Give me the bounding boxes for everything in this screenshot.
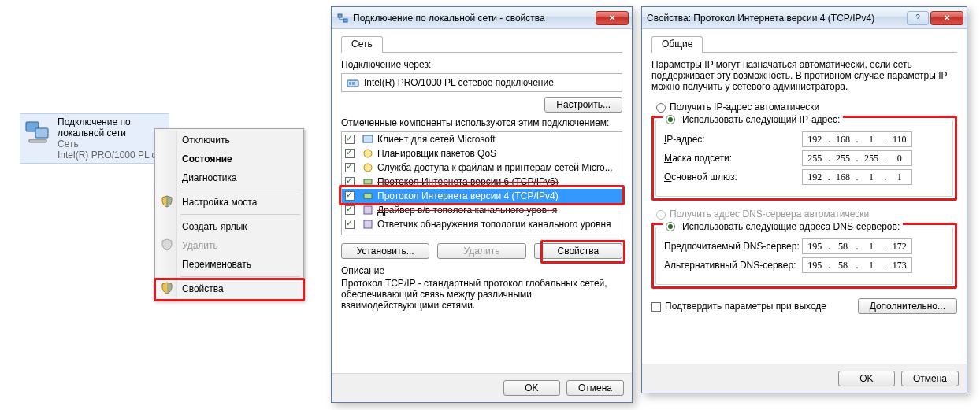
lan-properties-dialog: Подключение по локальной сети - свойства… [331, 6, 633, 403]
menu-bridge[interactable]: Настройка моста [157, 193, 302, 212]
ok-button[interactable]: OK [838, 371, 895, 386]
radio-manual-ip[interactable]: Использовать следующий IP-адрес: [663, 114, 843, 125]
adapter-device: Intel(R) PRO/1000 PL се [58, 150, 165, 161]
menu-properties[interactable]: Свойства [157, 279, 302, 298]
adapter-field: Intel(R) PRO/1000 PL сетевое подключение [341, 73, 622, 92]
dialog-title: Подключение по локальной сети - свойства [353, 13, 545, 24]
dialog-buttons: OK Отмена [642, 364, 967, 393]
shield-icon [161, 238, 173, 251]
help-button[interactable]: ? [907, 11, 929, 25]
checkbox[interactable] [345, 191, 355, 201]
svg-rect-11 [364, 179, 372, 184]
svg-rect-8 [363, 135, 373, 142]
checkbox[interactable] [345, 163, 355, 172]
driver-icon [362, 204, 374, 216]
titlebar[interactable]: Свойства: Протокол Интернета версии 4 (T… [642, 7, 967, 29]
install-button[interactable]: Установить... [341, 243, 429, 259]
ip-label: IP-адрес: [664, 134, 802, 145]
network-icon [336, 12, 349, 24]
dialog-title: Свойства: Протокол Интернета версии 4 (T… [647, 13, 874, 24]
list-item[interactable]: Ответчик обнаружения топологии канальног… [342, 217, 622, 231]
network-adapter-tile[interactable]: Подключение по локальной сети Сеть Intel… [20, 113, 169, 164]
menu-disable[interactable]: Отключить [157, 131, 302, 150]
list-item[interactable]: Клиент для сетей Microsoft [342, 132, 622, 146]
components-list[interactable]: Клиент для сетей Microsoft Планировщик п… [341, 131, 622, 235]
close-button[interactable]: ✕ [930, 11, 963, 25]
adapter-text: Подключение по локальной сети Сеть Intel… [58, 116, 165, 161]
adapter-network: Сеть [58, 139, 165, 150]
dns1-input[interactable]: 195.58.1.172 [802, 238, 912, 254]
radio-auto-ip[interactable]: Получить IP-адрес автоматически [656, 102, 957, 113]
list-item[interactable]: Драйвер в/в тополога канального уровня [342, 203, 622, 217]
gw-label: Основной шлюз: [664, 172, 802, 183]
radio-icon [656, 210, 666, 220]
dns1-label: Предпочитаемый DNS-сервер: [664, 241, 802, 252]
svg-rect-7 [352, 82, 355, 85]
description-text: Протокол TCP/IP - стандартный протокол г… [341, 278, 622, 311]
ipv4-properties-dialog: Свойства: Протокол Интернета версии 4 (T… [641, 6, 967, 393]
dns2-input[interactable]: 195.58.1.173 [802, 257, 912, 273]
menu-diagnostics[interactable]: Диагностика [157, 168, 302, 187]
menu-shortcut[interactable]: Создать ярлык [157, 217, 302, 236]
nic-icon [347, 76, 359, 89]
titlebar[interactable]: Подключение по локальной сети - свойства… [332, 7, 632, 29]
tabstrip: Сеть [341, 35, 622, 53]
list-item[interactable]: Протокол Интернета версии 6 (TCP/IPv6) [342, 175, 622, 189]
checkbox[interactable] [345, 220, 355, 229]
gw-input[interactable]: 192.168.1.1 [802, 169, 912, 185]
radio-icon [656, 103, 666, 113]
checkbox[interactable] [345, 135, 355, 144]
shield-icon [161, 195, 173, 208]
checkbox[interactable] [345, 149, 355, 158]
context-menu: Отключить Состояние Диагностика Настройк… [154, 128, 304, 301]
advanced-button[interactable]: Дополнительно... [858, 298, 957, 314]
highlight-ip-block: Использовать следующий IP-адрес: IP-адре… [651, 116, 957, 201]
mask-label: Маска подсети: [664, 153, 802, 164]
mask-input[interactable]: 255.255.255.0 [802, 150, 912, 166]
menu-delete: Удалить [157, 236, 302, 255]
adapter-value: Intel(R) PRO/1000 PL сетевое подключение [364, 77, 554, 88]
intro-text: Параметры IP могут назначаться автоматич… [651, 59, 957, 92]
radio-auto-dns: Получить адрес DNS-сервера автоматически [656, 209, 957, 220]
close-button[interactable]: ✕ [596, 11, 629, 25]
shield-icon [161, 282, 173, 294]
tab-general[interactable]: Общие [651, 36, 703, 53]
menu-rename[interactable]: Переименовать [157, 255, 302, 274]
svg-rect-12 [364, 194, 372, 198]
network-adapter-icon [24, 116, 53, 146]
checkbox[interactable] [345, 177, 355, 187]
radio-icon [666, 115, 675, 124]
menu-status[interactable]: Состояние [157, 150, 302, 168]
protocol-icon [362, 190, 374, 202]
svg-rect-2 [29, 139, 46, 142]
remove-button: Удалить [437, 243, 525, 259]
svg-rect-14 [364, 220, 372, 228]
driver-icon [362, 218, 374, 231]
components-label: Отмеченные компоненты используются этим … [341, 117, 622, 128]
list-item[interactable]: Планировщик пакетов QoS [342, 146, 622, 161]
tab-network[interactable]: Сеть [341, 36, 383, 53]
ip-input[interactable]: 192.168.1.110 [802, 131, 912, 147]
radio-manual-dns[interactable]: Использовать следующие адреса DNS-сервер… [663, 221, 903, 232]
service-icon [362, 161, 374, 174]
dns2-label: Альтернативный DNS-сервер: [664, 260, 802, 271]
checkbox[interactable] [345, 205, 355, 215]
client-icon [362, 133, 374, 146]
adapter-name: Подключение по локальной сети [58, 116, 165, 139]
svg-rect-3 [338, 14, 342, 17]
tabstrip: Общие [651, 35, 957, 53]
properties-button[interactable]: Свойства [534, 243, 622, 259]
highlight-dns-block: Использовать следующие адреса DNS-сервер… [651, 223, 957, 289]
description-heading: Описание [341, 265, 622, 276]
ok-button[interactable]: OK [503, 380, 560, 396]
configure-button[interactable]: Настроить... [544, 97, 622, 113]
protocol-icon [362, 175, 374, 188]
cancel-button[interactable]: Отмена [901, 371, 959, 386]
svg-rect-1 [35, 128, 48, 138]
list-item[interactable]: Служба доступа к файлам и принтерам сете… [342, 161, 622, 175]
cancel-button[interactable]: Отмена [566, 380, 624, 396]
connection-label: Подключение через: [341, 59, 622, 70]
svg-point-9 [364, 150, 372, 157]
list-item-selected[interactable]: Протокол Интернета версии 4 (TCP/IPv4) [342, 189, 622, 203]
confirm-checkbox[interactable]: Подтвердить параметры при выходе [651, 301, 826, 312]
